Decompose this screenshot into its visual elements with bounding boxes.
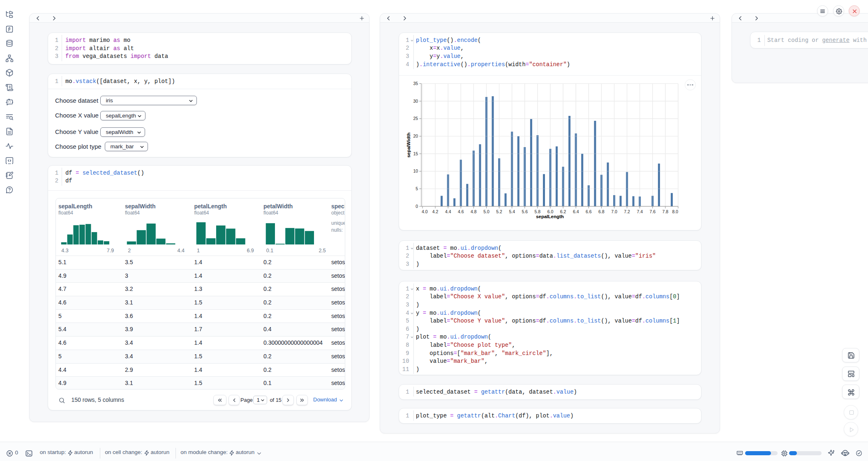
svg-text:15: 15 (413, 151, 418, 156)
svg-text:6.6: 6.6 (585, 209, 591, 214)
svg-text:4.0: 4.0 (422, 209, 428, 214)
svg-text:20: 20 (413, 134, 418, 138)
svg-text:5.6: 5.6 (522, 209, 528, 214)
svg-text:6.0: 6.0 (547, 209, 553, 214)
svg-text:4.8: 4.8 (471, 209, 477, 214)
svg-text:7.8: 7.8 (662, 209, 668, 214)
svg-text:5.2: 5.2 (496, 209, 502, 214)
svg-text:sepalWidth: sepalWidth (406, 132, 411, 157)
svg-text:0: 0 (416, 203, 418, 208)
svg-text:4.2: 4.2 (432, 209, 438, 214)
svg-text:7.0: 7.0 (611, 209, 617, 214)
svg-text:10: 10 (413, 168, 418, 173)
svg-text:4.4: 4.4 (445, 209, 451, 214)
svg-text:30: 30 (413, 98, 418, 103)
svg-text:6.2: 6.2 (560, 209, 566, 214)
svg-text:7.6: 7.6 (649, 209, 656, 214)
svg-text:5.4: 5.4 (509, 209, 515, 214)
svg-text:25: 25 (413, 116, 418, 121)
svg-text:4.6: 4.6 (457, 209, 464, 214)
svg-text:6.8: 6.8 (598, 209, 605, 214)
svg-text:5.0: 5.0 (483, 209, 489, 214)
svg-text:8.0: 8.0 (672, 209, 678, 214)
svg-text:35: 35 (413, 81, 418, 86)
svg-text:7.4: 7.4 (637, 209, 643, 214)
svg-text:sepalLength: sepalLength (536, 214, 564, 219)
svg-text:5.8: 5.8 (534, 209, 540, 214)
svg-text:5: 5 (416, 186, 418, 191)
svg-text:6.4: 6.4 (573, 209, 579, 214)
svg-text:7.2: 7.2 (624, 209, 630, 214)
